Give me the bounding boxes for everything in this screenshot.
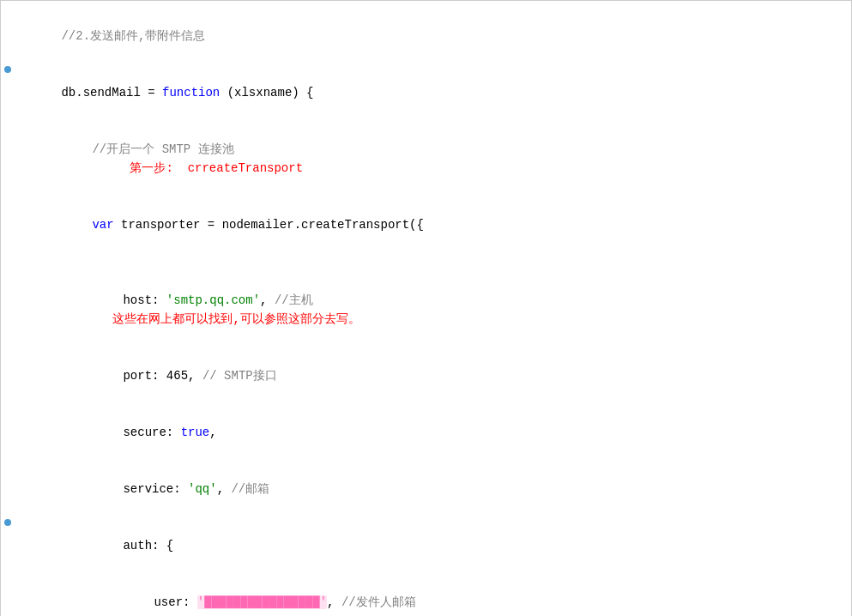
code-editor: //2.发送邮件,带附件信息 db.sendMail = function (x… — [0, 0, 852, 616]
gutter-5 — [1, 253, 15, 255]
comment-text: //发件人邮箱 — [341, 595, 416, 609]
code-text: transporter = nodemailer.createTransport… — [114, 218, 424, 232]
gutter-11 — [1, 574, 15, 576]
gutter-10 — [1, 517, 15, 526]
gutter-7 — [1, 347, 15, 349]
keyword-true: true — [181, 426, 210, 439]
code-line-10: auth: { — [1, 517, 851, 574]
line-content-5 — [15, 253, 848, 272]
line-content-6: host: 'smtp.qq.com', //主机 这些在网上都可以找到,可以参… — [15, 272, 848, 347]
line-content-7: port: 465, // SMTP接口 — [15, 347, 848, 404]
annotation-text: 第一步: crreateTransport — [130, 161, 303, 175]
gutter-1 — [1, 8, 15, 9]
code-text: , — [188, 369, 202, 383]
code-text: host: — [123, 293, 166, 307]
line-content-10: auth: { — [15, 517, 848, 574]
sensitive-value: '████████████████' — [197, 595, 327, 609]
code-line-9: service: 'qq', //邮箱 — [1, 461, 851, 517]
string-value: 'qq' — [188, 482, 217, 496]
keyword-function: function — [162, 86, 220, 100]
number-value: 465 — [166, 369, 188, 383]
keyword-var: var — [92, 218, 113, 232]
line-content-8: secure: true, — [15, 404, 848, 461]
code-text: , — [327, 595, 341, 609]
gutter-2 — [1, 64, 15, 73]
code-text: , — [209, 426, 216, 439]
annotation-text2: 这些在网上都可以找到,可以参照这部分去写。 — [112, 312, 360, 326]
comment-text: //2.发送邮件,带附件信息 — [61, 29, 205, 43]
code-text: db.sendMail = — [61, 86, 162, 100]
fold-dot — [4, 66, 11, 73]
code-line-11: user: '████████████████', //发件人邮箱 — [1, 574, 851, 616]
code-line-7: port: 465, // SMTP接口 — [1, 347, 851, 404]
comment-text: // SMTP接口 — [202, 369, 277, 383]
line-content-2: db.sendMail = function (xlsxname) { — [15, 64, 848, 121]
gutter-4 — [1, 196, 15, 198]
code-text: port: — [123, 369, 166, 383]
line-content-4: var transporter = nodemailer.createTrans… — [15, 196, 848, 253]
code-line-2: db.sendMail = function (xlsxname) { — [1, 64, 851, 121]
code-text: secure: — [123, 426, 180, 439]
string-value: 'smtp.qq.com' — [166, 293, 260, 307]
code-text: service: — [123, 482, 188, 496]
line-content-9: service: 'qq', //邮箱 — [15, 461, 848, 517]
gutter-9 — [1, 461, 15, 462]
comment-text: //邮箱 — [231, 482, 269, 496]
fold-dot — [4, 519, 11, 526]
code-line-3: //开启一个 SMTP 连接池 第一步: crreateTransport — [1, 121, 851, 196]
code-text: (xlsxname) { — [220, 86, 313, 100]
code-line-6: host: 'smtp.qq.com', //主机 这些在网上都可以找到,可以参… — [1, 272, 851, 347]
line-content-1: //2.发送邮件,带附件信息 — [15, 8, 848, 64]
code-line-8: secure: true, — [1, 404, 851, 461]
code-text: auth: { — [123, 539, 173, 553]
code-line-4: var transporter = nodemailer.createTrans… — [1, 196, 851, 253]
gutter-3 — [1, 121, 15, 123]
line-content-11: user: '████████████████', //发件人邮箱 — [15, 574, 848, 616]
comment-text: //开启一个 SMTP 连接池 — [92, 142, 233, 156]
code-text: user: — [154, 595, 196, 609]
code-line-1: //2.发送邮件,带附件信息 — [1, 8, 851, 64]
code-text: , — [217, 482, 232, 496]
code-text: , — [260, 293, 275, 307]
gutter-8 — [1, 404, 15, 406]
line-content-3: //开启一个 SMTP 连接池 第一步: crreateTransport — [15, 121, 848, 196]
gutter-6 — [1, 272, 15, 274]
code-line-5 — [1, 253, 851, 272]
comment-text: //主机 — [275, 293, 313, 307]
